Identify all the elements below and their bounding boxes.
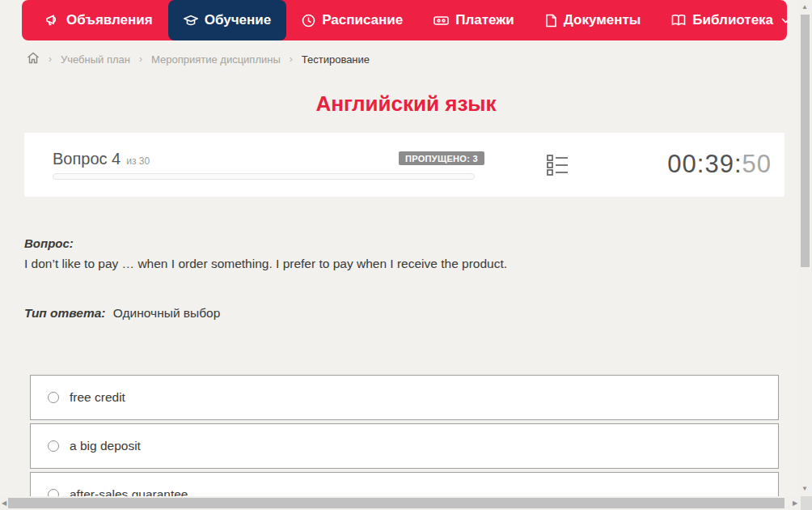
nav-item-schedule[interactable]: Расписание — [286, 0, 418, 40]
scroll-up-arrow-icon[interactable]: ▲ — [801, 4, 808, 11]
nav-item-library[interactable]: Библиотека — [656, 0, 806, 40]
breadcrumb-item-curriculum[interactable]: Учебный план — [61, 53, 130, 66]
document-icon — [545, 14, 557, 28]
option-free-credit[interactable]: free credit — [30, 375, 779, 420]
radio-icon[interactable] — [48, 392, 59, 403]
nav-item-label: Расписание — [322, 12, 403, 28]
chevron-down-icon — [781, 18, 790, 23]
skipped-badge: ПРОПУЩЕНО: 3 — [399, 151, 484, 165]
graduation-cap-icon — [184, 14, 198, 27]
question-card: Вопрос 4 из 30 ПРОПУЩЕНО: 3 00:39:50 — [24, 133, 785, 197]
payment-icon — [433, 15, 449, 27]
question-list-icon[interactable] — [547, 154, 569, 180]
main-navbar: Объявления Обучение Расписание Платежи — [22, 0, 787, 40]
clock-icon — [302, 14, 315, 28]
progress-bar — [53, 173, 475, 180]
countdown-timer: 00:39:50 — [667, 150, 772, 179]
scroll-down-arrow-icon[interactable]: ▼ — [801, 486, 808, 492]
nav-item-announcements[interactable]: Объявления — [30, 0, 168, 40]
breadcrumb: › Учебный план › Мероприятие дисциплины … — [27, 51, 370, 67]
question-number: Вопрос 4 — [53, 150, 121, 168]
question-text: I don’t like to pay … when I order somet… — [24, 257, 752, 271]
option-label: a big deposit — [70, 439, 141, 453]
scrollbar-corner — [801, 496, 812, 510]
book-icon — [671, 14, 686, 27]
question-total: из 30 — [126, 155, 150, 167]
horizontal-scrollbar-thumb[interactable] — [8, 498, 785, 508]
megaphone-icon — [45, 14, 60, 27]
vertical-scrollbar[interactable]: ▲ ▼ — [798, 0, 812, 496]
timer-seconds: 50 — [742, 150, 772, 178]
nav-item-education[interactable]: Обучение — [168, 0, 286, 40]
scroll-left-arrow-icon[interactable]: ◀ — [2, 500, 6, 507]
nav-item-label: Документы — [564, 12, 641, 28]
answer-type-label: Тип ответа: — [24, 306, 106, 320]
vertical-scrollbar-thumb[interactable] — [801, 15, 810, 267]
question-counter: Вопрос 4 из 30 — [53, 150, 150, 168]
option-label: free credit — [70, 390, 125, 405]
home-icon[interactable] — [27, 52, 40, 66]
breadcrumb-item-testing: Тестирование — [302, 53, 370, 66]
nav-item-label: Платежи — [455, 12, 514, 28]
question-label: Вопрос: — [24, 236, 74, 250]
nav-item-documents[interactable]: Документы — [530, 0, 657, 40]
scroll-right-arrow-icon[interactable]: ▶ — [793, 500, 797, 507]
answer-type-value: Одиночный выбор — [113, 306, 221, 320]
option-a-big-deposit[interactable]: a big deposit — [30, 423, 779, 469]
nav-item-label: Библиотека — [692, 12, 773, 28]
breadcrumb-separator-icon: › — [49, 53, 52, 65]
nav-item-label: Обучение — [205, 12, 271, 28]
page-title: Английский язык — [0, 91, 812, 117]
radio-icon[interactable] — [48, 440, 59, 452]
horizontal-scrollbar[interactable]: ◀ ▶ — [0, 496, 801, 510]
options-list: free credit a big deposit after-sales gu… — [30, 375, 779, 510]
breadcrumb-item-discipline-event[interactable]: Мероприятие дисциплины — [151, 53, 281, 66]
breadcrumb-separator-icon: › — [139, 53, 142, 65]
breadcrumb-separator-icon: › — [290, 53, 293, 65]
nav-item-payments[interactable]: Платежи — [418, 0, 530, 40]
timer-hours-minutes: 00:39: — [667, 150, 742, 178]
answer-type-row: Тип ответа: Одиночный выбор — [24, 306, 220, 321]
nav-item-label: Объявления — [66, 12, 153, 28]
